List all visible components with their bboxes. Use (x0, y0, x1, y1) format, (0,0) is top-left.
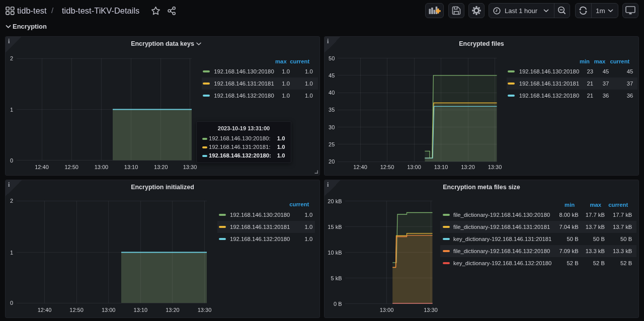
svg-text:0: 0 (10, 157, 13, 164)
svg-text:50: 50 (329, 55, 335, 61)
svg-text:12:40: 12:40 (353, 164, 367, 170)
svg-text:13:00: 13:00 (102, 307, 116, 313)
svg-text:12:40: 12:40 (35, 164, 49, 170)
svg-text:2: 2 (10, 198, 13, 204)
svg-text:0: 0 (10, 300, 13, 306)
svg-text:13:00: 13:00 (407, 164, 421, 170)
svg-text:13:20: 13:20 (166, 307, 180, 313)
svg-text:13:10: 13:10 (434, 164, 448, 170)
svg-text:13:00: 13:00 (95, 164, 109, 170)
svg-text:5 kB: 5 kB (331, 275, 342, 281)
svg-text:12:50: 12:50 (69, 307, 84, 313)
svg-text:13:10: 13:10 (124, 164, 138, 170)
svg-text:1: 1 (10, 107, 13, 113)
svg-text:15 kB: 15 kB (328, 224, 342, 230)
svg-text:13:30: 13:30 (488, 164, 502, 170)
svg-text:12:50: 12:50 (64, 164, 78, 170)
svg-text:30: 30 (329, 124, 335, 130)
svg-text:25: 25 (329, 141, 335, 147)
svg-text:12:50: 12:50 (380, 164, 394, 170)
svg-text:13:30: 13:30 (424, 307, 438, 313)
svg-text:35: 35 (329, 107, 335, 113)
svg-text:13:20: 13:20 (154, 164, 168, 170)
svg-text:20 kB: 20 kB (328, 198, 342, 204)
svg-text:45: 45 (329, 72, 335, 78)
svg-text:10 kB: 10 kB (328, 250, 342, 256)
svg-text:12:40: 12:40 (38, 307, 52, 313)
svg-text:1: 1 (10, 250, 13, 256)
svg-text:40: 40 (329, 90, 335, 96)
svg-text:13:20: 13:20 (461, 164, 475, 170)
svg-text:0 B: 0 B (334, 301, 342, 307)
svg-text:13:30: 13:30 (183, 164, 197, 170)
svg-text:13:00: 13:00 (380, 307, 394, 313)
svg-text:13:10: 13:10 (134, 307, 148, 313)
svg-text:13:30: 13:30 (198, 307, 212, 313)
svg-text:2: 2 (10, 55, 13, 61)
svg-text:20: 20 (329, 158, 335, 165)
